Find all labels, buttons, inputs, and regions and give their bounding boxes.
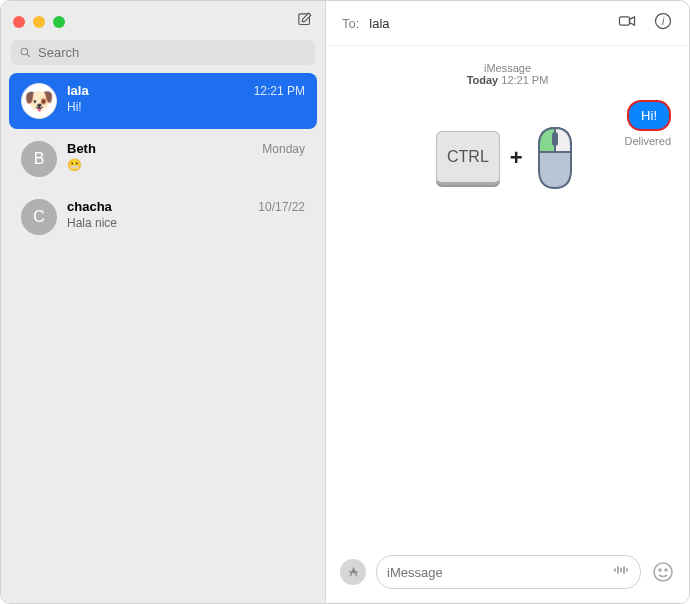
to-label: To:	[342, 16, 359, 31]
video-call-button[interactable]	[617, 11, 637, 35]
apps-button[interactable]	[340, 559, 366, 585]
titlebar	[1, 1, 325, 40]
ctrl-key-graphic: CTRL	[436, 131, 500, 185]
avatar: C	[21, 199, 57, 235]
emoji-button[interactable]	[651, 560, 675, 584]
mouse-icon	[533, 126, 577, 190]
fullscreen-window-button[interactable]	[53, 16, 65, 28]
window-controls	[13, 16, 65, 28]
chat-body: iMessage Today 12:21 PM Hi! Delivered CT…	[326, 46, 689, 545]
conversation-preview: Hala nice	[67, 216, 305, 230]
smile-icon	[651, 560, 675, 584]
conversation-preview: Hi!	[67, 100, 305, 114]
svg-text:i: i	[662, 16, 665, 27]
tutorial-overlay: CTRL +	[436, 126, 577, 190]
conversation-name: chacha	[67, 199, 112, 214]
compose-bar	[326, 545, 689, 603]
conversation-header: To: lala i	[326, 1, 689, 46]
search-input-wrapper[interactable]	[11, 40, 315, 65]
conversation-item[interactable]: B Beth Monday 😬	[9, 131, 317, 187]
info-button[interactable]: i	[653, 11, 673, 35]
info-icon: i	[653, 11, 673, 31]
svg-rect-5	[552, 132, 558, 146]
conversation-time: 10/17/22	[258, 200, 305, 214]
search-input[interactable]	[38, 45, 307, 60]
conversation-item[interactable]: C chacha 10/17/22 Hala nice	[9, 189, 317, 245]
minimize-window-button[interactable]	[33, 16, 45, 28]
close-window-button[interactable]	[13, 16, 25, 28]
conversation-time: Monday	[262, 142, 305, 156]
conversation-pane: To: lala i iMessage Today 12:21 PM Hi! D…	[326, 1, 689, 603]
sidebar: 🐶 lala 12:21 PM Hi! B Beth Monday 😬	[1, 1, 326, 603]
to-name: lala	[369, 16, 389, 31]
conversation-time: 12:21 PM	[254, 84, 305, 98]
plus-icon: +	[510, 145, 523, 171]
app-store-icon	[346, 565, 361, 580]
svg-rect-2	[620, 17, 630, 25]
conversation-item[interactable]: 🐶 lala 12:21 PM Hi!	[9, 73, 317, 129]
message-input-wrapper[interactable]	[376, 555, 641, 589]
video-icon	[617, 11, 637, 31]
chat-timestamp: iMessage Today 12:21 PM	[344, 62, 671, 86]
avatar: B	[21, 141, 57, 177]
search-icon	[19, 46, 32, 59]
svg-point-7	[659, 569, 661, 571]
conversation-preview: 😬	[67, 158, 305, 172]
svg-point-6	[654, 563, 672, 581]
compose-button[interactable]	[296, 11, 313, 32]
app-window: 🐶 lala 12:21 PM Hi! B Beth Monday 😬	[0, 0, 690, 604]
avatar: 🐶	[21, 83, 57, 119]
conversation-list: 🐶 lala 12:21 PM Hi! B Beth Monday 😬	[1, 73, 325, 603]
conversation-name: Beth	[67, 141, 96, 156]
svg-point-1	[21, 48, 28, 55]
conversation-name: lala	[67, 83, 89, 98]
message-input[interactable]	[387, 565, 604, 580]
svg-point-8	[665, 569, 667, 571]
waveform-icon	[612, 561, 630, 579]
voice-message-button[interactable]	[612, 561, 630, 583]
message-bubble[interactable]: Hi!	[627, 100, 671, 131]
